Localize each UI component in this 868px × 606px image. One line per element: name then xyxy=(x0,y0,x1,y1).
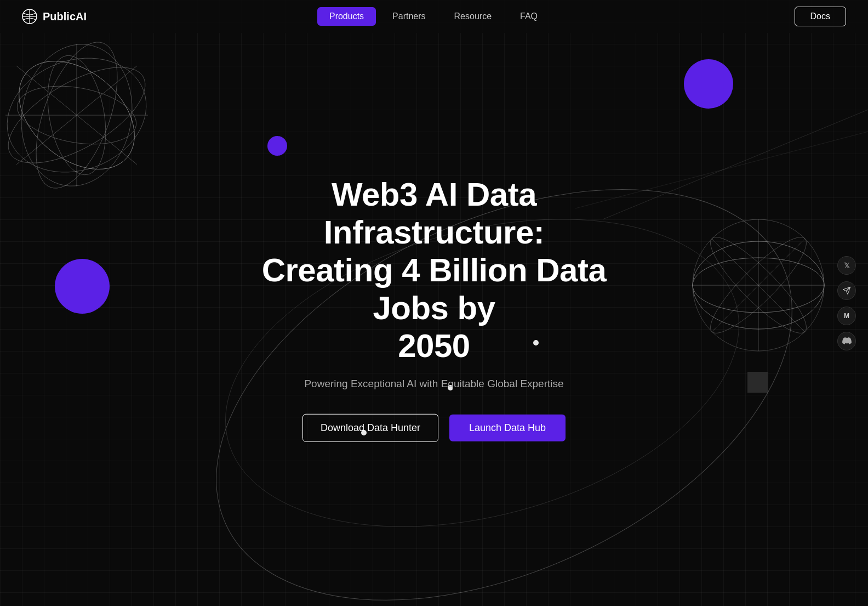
hero-title-line2: Creating 4 Billion Data Jobs by xyxy=(262,251,607,326)
hero-title-line1: Web3 AI Data Infrastructure: xyxy=(324,175,545,250)
deco-grey-square xyxy=(747,372,768,393)
nav-partners[interactable]: Partners xyxy=(380,7,437,26)
social-telegram[interactable] xyxy=(837,281,856,300)
nav-products[interactable]: Products xyxy=(317,7,376,26)
navbar: PublicAI Products Partners Resource FAQ … xyxy=(0,0,868,33)
nav-faq[interactable]: FAQ xyxy=(508,7,550,26)
blob-purple-top-right xyxy=(684,59,733,109)
wire-sphere-right xyxy=(682,208,835,362)
social-x-twitter[interactable]: 𝕏 xyxy=(837,256,856,275)
logo-text: PublicAI xyxy=(43,10,87,23)
hero-section: Web3 AI Data Infrastructure: Creating 4 … xyxy=(226,175,642,441)
hero-title-line3: 2050 xyxy=(398,327,470,364)
social-discord[interactable] xyxy=(837,332,856,350)
blob-purple-small xyxy=(267,136,287,156)
svg-line-31 xyxy=(603,110,868,219)
nav-resource[interactable]: Resource xyxy=(442,7,504,26)
wire-mesh-left xyxy=(0,33,175,197)
download-data-hunter-button[interactable]: Download Data Hunter xyxy=(302,414,438,441)
hero-subtitle: Powering Exceptional AI with Equitable G… xyxy=(226,377,642,389)
docs-button[interactable]: Docs xyxy=(795,7,846,26)
social-medium[interactable]: M xyxy=(837,307,856,325)
blob-purple-left xyxy=(55,259,110,314)
hero-buttons: Download Data Hunter Launch Data Hub xyxy=(226,414,642,441)
nav-links: Products Partners Resource FAQ xyxy=(317,7,550,26)
social-sidebar: 𝕏 M xyxy=(837,256,856,350)
hero-title: Web3 AI Data Infrastructure: Creating 4 … xyxy=(226,175,642,364)
launch-data-hub-button[interactable]: Launch Data Hub xyxy=(449,414,566,441)
logo[interactable]: PublicAI xyxy=(22,9,87,24)
logo-icon xyxy=(22,9,37,24)
